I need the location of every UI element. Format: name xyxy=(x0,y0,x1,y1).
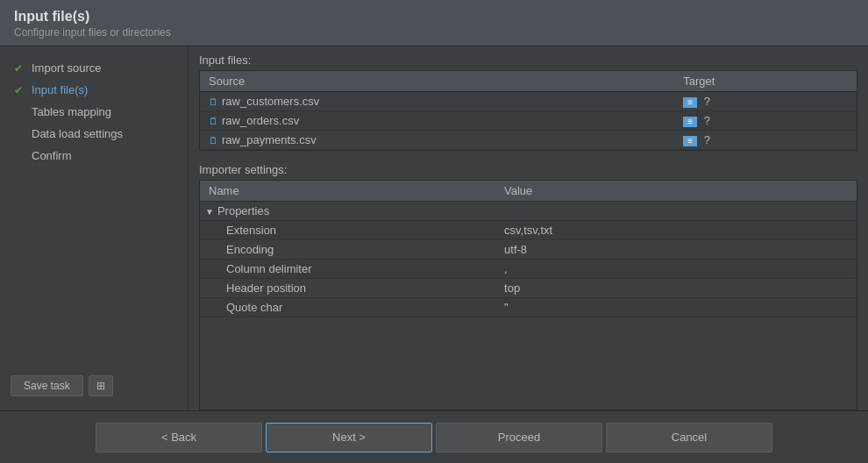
source-cell: 🗒raw_customers.csv xyxy=(200,92,674,111)
page-title: Input file(s) xyxy=(14,9,854,25)
sidebar-item-label: Import source xyxy=(32,61,101,75)
sidebar-item-label: Input file(s) xyxy=(32,83,88,96)
input-files-label: Input files: xyxy=(189,46,868,70)
sidebar-nav: ✔ Import source ✔ Input file(s) Tables m… xyxy=(0,53,188,170)
importer-settings-section: Importer settings: Name Value ▼Propertie… xyxy=(189,156,868,410)
input-files-table: Source Target 🗒raw_customers.csv ≡ ? 🗒ra… xyxy=(200,71,857,150)
sidebar-item-label: Confirm xyxy=(32,149,72,162)
sidebar-item-confirm[interactable]: Confirm xyxy=(0,145,188,167)
settings-group-row: ▼Properties xyxy=(200,202,857,221)
input-files-table-wrapper: Source Target 🗒raw_customers.csv ≡ ? 🗒ra… xyxy=(199,70,857,151)
setting-name-cell: Quote char xyxy=(200,298,495,317)
file-icon: 🗒 xyxy=(209,135,218,146)
sidebar-item-label: Tables mapping xyxy=(32,105,111,118)
table-row: 🗒raw_orders.csv ≡ ? xyxy=(200,111,857,131)
sidebar-item-data-load-settings[interactable]: Data load settings xyxy=(0,123,188,145)
setting-name-cell: Header position xyxy=(200,279,495,298)
settings-row: Column delimiter , xyxy=(200,260,857,279)
source-cell: 🗒raw_orders.csv xyxy=(200,111,674,131)
check-icon: ✔ xyxy=(14,84,26,96)
header: Input file(s) Configure input files or d… xyxy=(0,0,868,46)
right-panel: Input files: Source Target 🗒raw_customer… xyxy=(189,46,868,410)
table-row: 🗒raw_customers.csv ≡ ? xyxy=(200,92,857,111)
target-cell: ≡ ? xyxy=(674,92,857,111)
table-row: 🗒raw_payments.csv ≡ ? xyxy=(200,131,857,150)
importer-settings-label: Importer settings: xyxy=(189,156,868,180)
sidebar: ✔ Import source ✔ Input file(s) Tables m… xyxy=(0,46,189,410)
grid-icon: ⊞ xyxy=(96,380,105,392)
value-column-header: Value xyxy=(495,181,857,202)
properties-group-label: ▼Properties xyxy=(200,202,857,221)
target-cell: ≡ ? xyxy=(674,131,857,150)
chevron-icon: ▼ xyxy=(205,207,214,217)
settings-row: Encoding utf-8 xyxy=(200,240,857,260)
target-column-header: Target xyxy=(674,71,857,92)
sidebar-item-import-source[interactable]: ✔ Import source xyxy=(0,57,188,79)
save-task-button[interactable]: Save task xyxy=(11,375,83,396)
setting-value-cell: csv,tsv,txt xyxy=(495,221,857,240)
setting-name-cell: Column delimiter xyxy=(200,260,495,279)
importer-settings-table-wrapper: Name Value ▼Properties Extension csv,tsv… xyxy=(199,180,857,410)
source-cell: 🗒raw_payments.csv xyxy=(200,131,674,150)
setting-value-cell: , xyxy=(495,260,857,279)
next-button[interactable]: Next > xyxy=(266,423,432,452)
cancel-button[interactable]: Cancel xyxy=(606,423,772,452)
settings-row: Extension csv,tsv,txt xyxy=(200,221,857,240)
sidebar-bottom: Save task ⊞ xyxy=(0,368,188,403)
target-cell: ≡ ? xyxy=(674,111,857,131)
setting-name-cell: Encoding xyxy=(200,240,495,260)
page-subtitle: Configure input files or directories xyxy=(14,26,854,39)
spacer-icon xyxy=(14,128,26,140)
target-icon: ≡ xyxy=(683,97,697,108)
back-button[interactable]: < Back xyxy=(96,423,262,452)
setting-name-cell: Extension xyxy=(200,221,495,240)
sidebar-item-label: Data load settings xyxy=(32,127,123,140)
file-icon: 🗒 xyxy=(209,116,218,126)
setting-value-cell: top xyxy=(495,279,857,298)
target-icon: ≡ xyxy=(683,136,697,146)
settings-icon-button[interactable]: ⊞ xyxy=(89,375,113,396)
check-icon: ✔ xyxy=(14,62,26,75)
setting-value-cell: utf-8 xyxy=(495,240,857,260)
sidebar-item-tables-mapping[interactable]: Tables mapping xyxy=(0,101,188,123)
source-column-header: Source xyxy=(200,71,674,92)
main-content: ✔ Import source ✔ Input file(s) Tables m… xyxy=(0,46,868,410)
importer-settings-table: Name Value ▼Properties Extension csv,tsv… xyxy=(200,181,857,317)
settings-row: Quote char " xyxy=(200,298,857,317)
spacer-icon xyxy=(14,150,26,162)
proceed-button[interactable]: Proceed xyxy=(436,423,602,452)
footer: < Back Next > Proceed Cancel xyxy=(0,410,868,463)
file-icon: 🗒 xyxy=(209,96,218,107)
settings-row: Header position top xyxy=(200,279,857,298)
target-icon: ≡ xyxy=(683,117,697,127)
setting-value-cell: " xyxy=(495,298,857,317)
name-column-header: Name xyxy=(200,181,495,202)
sidebar-item-input-files[interactable]: ✔ Input file(s) xyxy=(0,79,188,101)
spacer-icon xyxy=(14,106,26,118)
